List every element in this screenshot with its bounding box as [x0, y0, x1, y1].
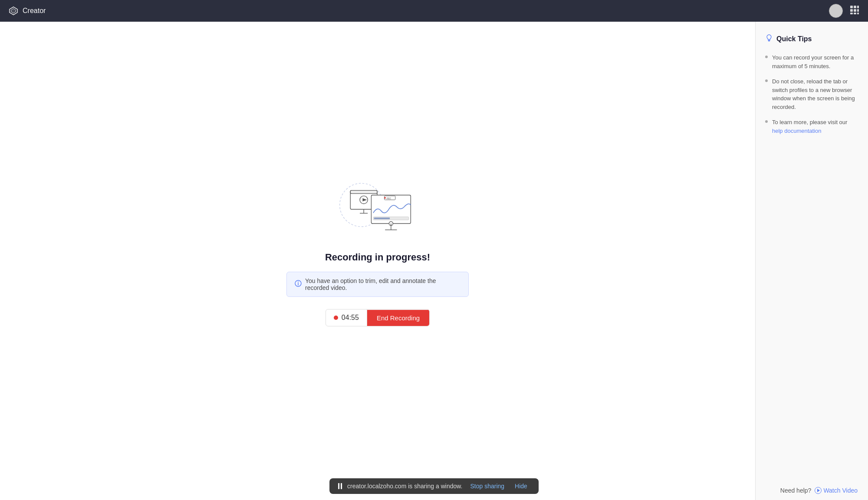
svg-rect-9: [854, 13, 856, 14]
tip-3: To learn more, please visit our help doc…: [765, 118, 858, 135]
lightbulb-icon: [765, 34, 773, 44]
svg-text:REC: REC: [387, 197, 391, 200]
pause-icon: [338, 483, 342, 489]
svg-rect-4: [857, 6, 859, 8]
app-header: Creator: [0, 0, 868, 22]
hide-button[interactable]: Hide: [512, 483, 530, 490]
svg-rect-2: [850, 6, 853, 8]
tip-1-text: You can record your screen for a maximum…: [772, 53, 858, 70]
bullet-2: [765, 79, 768, 82]
svg-rect-8: [850, 13, 853, 14]
svg-marker-1: [11, 9, 16, 13]
rec-indicator: [334, 316, 338, 320]
tip-2: Do not close, reload the tab or switch p…: [765, 77, 858, 111]
info-icon: [295, 280, 302, 289]
svg-rect-5: [850, 9, 853, 12]
svg-rect-3: [854, 6, 856, 8]
tip-2-text: Do not close, reload the tab or switch p…: [772, 77, 858, 111]
user-avatar[interactable]: [829, 4, 843, 18]
watch-video-link[interactable]: Watch Video: [815, 487, 858, 494]
svg-rect-13: [350, 191, 377, 194]
watch-video-label: Watch Video: [823, 487, 858, 494]
tip-1: You can record your screen for a maximum…: [765, 53, 858, 70]
creator-logo: [9, 6, 18, 16]
svg-rect-10: [857, 13, 859, 14]
recording-illustration: REC: [330, 169, 425, 239]
info-message: You have an option to trim, edit and ann…: [305, 277, 460, 291]
stop-sharing-button[interactable]: Stop sharing: [467, 483, 507, 490]
sharing-message: creator.localzoho.com is sharing a windo…: [347, 483, 462, 490]
need-help-label: Need help?: [780, 487, 812, 494]
timer-section: 04:55: [326, 309, 367, 326]
bullet-1: [765, 56, 768, 58]
svg-rect-6: [854, 9, 856, 12]
sidebar-header: Quick Tips: [765, 34, 858, 44]
quick-tips-sidebar: Quick Tips You can record your screen fo…: [755, 22, 868, 500]
svg-rect-7: [857, 9, 859, 12]
tip-3-text: To learn more, please visit our help doc…: [772, 118, 858, 135]
header-left: Creator: [9, 6, 46, 16]
timer-display: 04:55: [342, 314, 359, 322]
recording-title: Recording in progress!: [325, 252, 430, 263]
main-layout: REC Recording in progress!: [0, 0, 868, 500]
play-icon: [815, 487, 822, 494]
need-help-section: Need help? Watch Video: [780, 487, 858, 494]
info-box: You have an option to trim, edit and ann…: [286, 272, 469, 297]
svg-rect-23: [374, 217, 390, 219]
help-documentation-link[interactable]: help documentation: [772, 128, 821, 134]
app-title: Creator: [23, 7, 46, 15]
recording-controls: 04:55 End Recording: [326, 309, 430, 326]
header-right: [829, 4, 859, 18]
bullet-3: [765, 120, 768, 123]
svg-point-20: [384, 197, 386, 199]
apps-grid-icon[interactable]: [850, 5, 859, 16]
svg-point-29: [298, 282, 299, 283]
main-content: REC Recording in progress!: [0, 22, 755, 500]
sidebar-title: Quick Tips: [776, 35, 812, 43]
screen-sharing-notification: creator.localzoho.com is sharing a windo…: [329, 478, 539, 494]
end-recording-button[interactable]: End Recording: [367, 310, 429, 326]
